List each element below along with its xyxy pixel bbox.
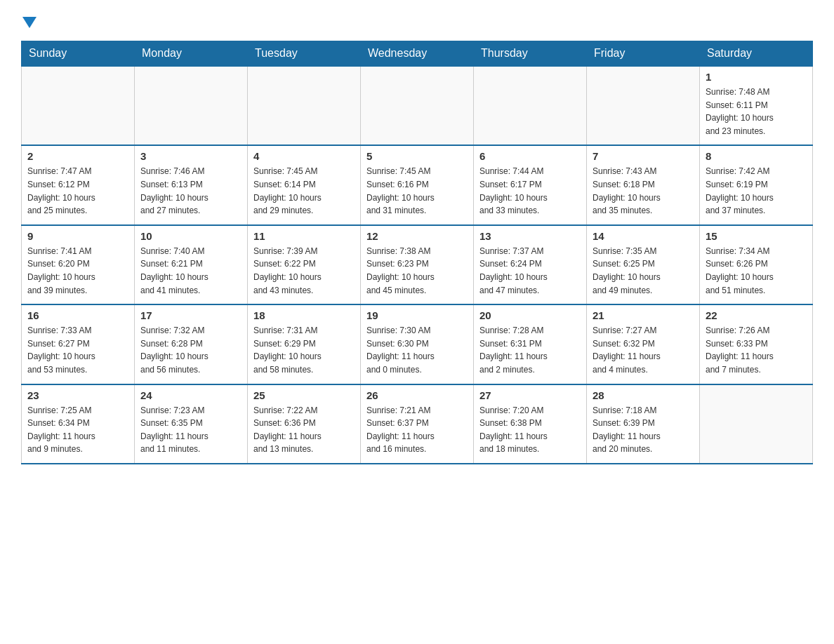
day-info: Sunrise: 7:41 AMSunset: 6:20 PMDaylight:… [27,245,128,297]
weekday-header-tuesday: Tuesday [248,41,361,67]
calendar-cell [248,66,361,145]
day-number: 13 [479,230,581,242]
day-info: Sunrise: 7:34 AMSunset: 6:26 PMDaylight:… [706,245,807,297]
calendar-cell: 5Sunrise: 7:45 AMSunset: 6:16 PMDaylight… [361,145,474,224]
calendar-week-row: 9Sunrise: 7:41 AMSunset: 6:20 PMDaylight… [22,225,813,304]
calendar-cell: 19Sunrise: 7:30 AMSunset: 6:30 PMDayligh… [361,304,474,384]
calendar-cell [361,66,474,145]
calendar-cell: 24Sunrise: 7:23 AMSunset: 6:35 PMDayligh… [135,384,248,464]
day-info: Sunrise: 7:26 AMSunset: 6:33 PMDaylight:… [706,324,807,376]
calendar-cell: 10Sunrise: 7:40 AMSunset: 6:21 PMDayligh… [135,225,248,304]
calendar-cell [587,66,700,145]
day-number: 18 [253,309,355,321]
day-number: 15 [706,230,807,242]
calendar-cell: 2Sunrise: 7:47 AMSunset: 6:12 PMDaylight… [22,145,135,224]
day-number: 5 [366,150,468,162]
calendar-cell: 16Sunrise: 7:33 AMSunset: 6:27 PMDayligh… [22,304,135,384]
weekday-header-sunday: Sunday [22,41,135,67]
day-number: 16 [27,309,128,321]
day-number: 17 [140,309,241,321]
calendar-cell [22,66,135,145]
day-number: 14 [593,230,694,242]
calendar-cell [700,384,813,464]
day-info: Sunrise: 7:42 AMSunset: 6:19 PMDaylight:… [706,165,807,217]
day-info: Sunrise: 7:33 AMSunset: 6:27 PMDaylight:… [27,324,128,376]
day-info: Sunrise: 7:20 AMSunset: 6:38 PMDaylight:… [479,404,581,456]
day-info: Sunrise: 7:32 AMSunset: 6:28 PMDaylight:… [140,324,241,376]
calendar-cell: 8Sunrise: 7:42 AMSunset: 6:19 PMDaylight… [700,145,813,224]
calendar-week-row: 23Sunrise: 7:25 AMSunset: 6:34 PMDayligh… [22,384,813,464]
day-number: 12 [366,230,468,242]
page-header [21,17,813,28]
day-number: 26 [366,389,468,401]
day-info: Sunrise: 7:35 AMSunset: 6:25 PMDaylight:… [593,245,694,297]
day-info: Sunrise: 7:21 AMSunset: 6:37 PMDaylight:… [366,404,468,456]
calendar-cell: 27Sunrise: 7:20 AMSunset: 6:38 PMDayligh… [474,384,587,464]
weekday-header-thursday: Thursday [474,41,587,67]
day-info: Sunrise: 7:23 AMSunset: 6:35 PMDaylight:… [140,404,241,456]
day-number: 23 [27,389,128,401]
day-info: Sunrise: 7:22 AMSunset: 6:36 PMDaylight:… [253,404,355,456]
calendar-cell: 4Sunrise: 7:45 AMSunset: 6:14 PMDaylight… [248,145,361,224]
calendar-cell [135,66,248,145]
calendar-cell: 20Sunrise: 7:28 AMSunset: 6:31 PMDayligh… [474,304,587,384]
calendar-cell: 1Sunrise: 7:48 AMSunset: 6:11 PMDaylight… [700,66,813,145]
calendar-cell: 25Sunrise: 7:22 AMSunset: 6:36 PMDayligh… [248,384,361,464]
weekday-header-friday: Friday [587,41,700,67]
calendar-cell: 9Sunrise: 7:41 AMSunset: 6:20 PMDaylight… [22,225,135,304]
calendar-cell: 15Sunrise: 7:34 AMSunset: 6:26 PMDayligh… [700,225,813,304]
calendar-cell: 26Sunrise: 7:21 AMSunset: 6:37 PMDayligh… [361,384,474,464]
day-number: 4 [253,150,355,162]
day-info: Sunrise: 7:45 AMSunset: 6:16 PMDaylight:… [366,165,468,217]
day-number: 8 [706,150,807,162]
calendar-header-row: SundayMondayTuesdayWednesdayThursdayFrid… [22,41,813,67]
calendar-cell: 7Sunrise: 7:43 AMSunset: 6:18 PMDaylight… [587,145,700,224]
day-info: Sunrise: 7:25 AMSunset: 6:34 PMDaylight:… [27,404,128,456]
day-info: Sunrise: 7:40 AMSunset: 6:21 PMDaylight:… [140,245,241,297]
day-info: Sunrise: 7:18 AMSunset: 6:39 PMDaylight:… [593,404,694,456]
day-info: Sunrise: 7:46 AMSunset: 6:13 PMDaylight:… [140,165,241,217]
calendar-cell: 13Sunrise: 7:37 AMSunset: 6:24 PMDayligh… [474,225,587,304]
logo-triangle-icon [22,17,37,28]
weekday-header-wednesday: Wednesday [361,41,474,67]
calendar-cell: 14Sunrise: 7:35 AMSunset: 6:25 PMDayligh… [587,225,700,304]
day-info: Sunrise: 7:48 AMSunset: 6:11 PMDaylight:… [706,86,807,137]
day-number: 11 [253,230,355,242]
calendar-cell: 18Sunrise: 7:31 AMSunset: 6:29 PMDayligh… [248,304,361,384]
day-info: Sunrise: 7:47 AMSunset: 6:12 PMDaylight:… [27,165,128,217]
day-number: 20 [479,309,581,321]
day-number: 9 [27,230,128,242]
day-number: 2 [27,150,128,162]
day-number: 25 [253,389,355,401]
day-info: Sunrise: 7:30 AMSunset: 6:30 PMDaylight:… [366,324,468,376]
calendar-cell: 17Sunrise: 7:32 AMSunset: 6:28 PMDayligh… [135,304,248,384]
day-info: Sunrise: 7:37 AMSunset: 6:24 PMDaylight:… [479,245,581,297]
day-number: 1 [706,71,807,83]
calendar-week-row: 2Sunrise: 7:47 AMSunset: 6:12 PMDaylight… [22,145,813,224]
day-number: 22 [706,309,807,321]
day-number: 21 [593,309,694,321]
day-number: 27 [479,389,581,401]
calendar-cell [474,66,587,145]
day-info: Sunrise: 7:43 AMSunset: 6:18 PMDaylight:… [593,165,694,217]
calendar-week-row: 1Sunrise: 7:48 AMSunset: 6:11 PMDaylight… [22,66,813,145]
day-info: Sunrise: 7:27 AMSunset: 6:32 PMDaylight:… [593,324,694,376]
day-number: 3 [140,150,241,162]
day-info: Sunrise: 7:28 AMSunset: 6:31 PMDaylight:… [479,324,581,376]
calendar-cell: 28Sunrise: 7:18 AMSunset: 6:39 PMDayligh… [587,384,700,464]
weekday-header-monday: Monday [135,41,248,67]
logo [21,17,38,28]
calendar-cell: 21Sunrise: 7:27 AMSunset: 6:32 PMDayligh… [587,304,700,384]
day-info: Sunrise: 7:45 AMSunset: 6:14 PMDaylight:… [253,165,355,217]
day-number: 19 [366,309,468,321]
day-info: Sunrise: 7:38 AMSunset: 6:23 PMDaylight:… [366,245,468,297]
day-number: 7 [593,150,694,162]
calendar-cell: 3Sunrise: 7:46 AMSunset: 6:13 PMDaylight… [135,145,248,224]
day-number: 24 [140,389,241,401]
weekday-header-saturday: Saturday [700,41,813,67]
day-number: 10 [140,230,241,242]
calendar-cell: 6Sunrise: 7:44 AMSunset: 6:17 PMDaylight… [474,145,587,224]
day-info: Sunrise: 7:44 AMSunset: 6:17 PMDaylight:… [479,165,581,217]
day-number: 6 [479,150,581,162]
calendar-cell: 12Sunrise: 7:38 AMSunset: 6:23 PMDayligh… [361,225,474,304]
